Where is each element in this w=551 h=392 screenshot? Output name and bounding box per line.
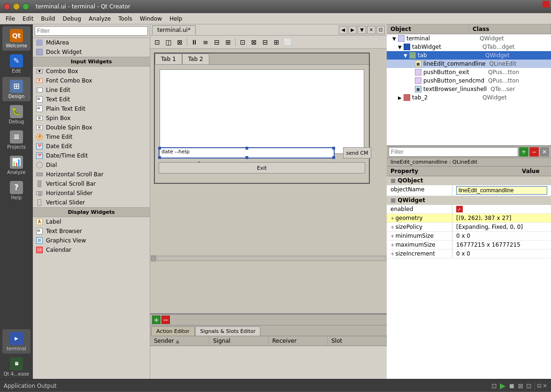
designer-tool-5[interactable]: ≡ — [200, 37, 211, 47]
enabled-checkbox[interactable]: ✓ — [456, 206, 463, 212]
signals-col-signal[interactable]: Signal — [209, 336, 268, 346]
sidebar-item-qt4ease[interactable]: 🖥 Qt 4...ease — [2, 354, 31, 379]
designer-tool-9[interactable]: ⊠ — [249, 37, 259, 47]
app-output-close-btn[interactable]: ✕ — [543, 383, 547, 389]
handle-bl[interactable] — [158, 156, 161, 159]
list-item[interactable]: 12 Calendar — [33, 245, 150, 255]
sidebar-item-debug[interactable]: 🐛 Debug — [2, 102, 31, 127]
list-item[interactable]: ⏱ Time Edit — [33, 132, 150, 142]
file-tab-right-btn[interactable]: ▶ — [348, 26, 357, 34]
tree-item-pushbutton-exit[interactable]: pushButton_exit QPus...tton — [387, 68, 551, 76]
tab-action-editor[interactable]: Action Editor — [151, 326, 195, 336]
geometry-expand-icon[interactable]: + — [390, 216, 394, 221]
menu-edit[interactable]: Edit — [19, 15, 37, 23]
close-property-filter-btn[interactable]: ✕ — [540, 147, 549, 157]
minsize-expand-icon[interactable]: + — [390, 234, 394, 239]
widget-filter-input[interactable] — [35, 26, 148, 36]
list-item[interactable]: Vertical Slider — [33, 198, 150, 207]
list-item[interactable]: Horizontal Scroll Bar — [33, 170, 150, 179]
list-item[interactable]: ▼ Combo Box — [33, 67, 150, 76]
app-output-play-btn[interactable]: ▶ — [499, 381, 506, 390]
tab-signals-slots[interactable]: Signals & Slots Editor — [195, 326, 261, 336]
close-button[interactable] — [4, 3, 10, 10]
list-item[interactable]: A Label — [33, 217, 150, 226]
add-property-btn[interactable]: + — [519, 147, 528, 157]
menu-tools[interactable]: Tools — [115, 15, 136, 23]
form-tab-2[interactable]: Tab 2 — [182, 53, 209, 64]
menu-help[interactable]: Help — [166, 15, 186, 23]
list-item[interactable]: Vertical Scroll Bar — [33, 179, 150, 188]
prop-section-qobject[interactable]: ■ QObject — [387, 176, 551, 185]
remove-signal-btn[interactable]: − — [161, 316, 170, 324]
sidebar-item-projects[interactable]: ≡ Projects — [2, 128, 31, 152]
designer-tool-8[interactable]: ⊡ — [237, 37, 248, 47]
handle-bm[interactable] — [245, 156, 248, 159]
app-output-float-btn[interactable]: ⊟ — [537, 383, 542, 389]
handle-tm[interactable] — [245, 147, 248, 150]
list-item[interactable]: 📅 Date Edit — [33, 142, 150, 151]
sidebar-item-help[interactable]: ? Help — [2, 178, 31, 203]
prop-section-qwidget[interactable]: ■ QWidget — [387, 196, 551, 205]
list-item[interactable]: Dock Widget — [33, 47, 150, 57]
tree-item-tab[interactable]: ▼ tab QWidget — [387, 51, 551, 60]
designer-tool-10[interactable]: ⊟ — [260, 37, 270, 47]
remove-property-btn[interactable]: − — [529, 147, 539, 157]
list-item[interactable]: ⊞ Spin Box — [33, 113, 150, 123]
prop-objectname-input[interactable] — [456, 186, 547, 195]
add-signal-btn[interactable]: + — [152, 316, 161, 324]
designer-tool-3[interactable]: ⊠ — [175, 37, 185, 47]
list-item[interactable]: Horizontal Slider — [33, 188, 150, 198]
sidebar-item-terminal[interactable]: ▶ terminal — [2, 329, 31, 354]
expand-arrow-tab[interactable]: ▼ — [404, 53, 409, 58]
handle-tr[interactable] — [332, 147, 335, 150]
list-item[interactable]: AI Plain Text Edit — [33, 104, 150, 113]
list-item[interactable]: ⊞ Double Spin Box — [33, 123, 150, 132]
designer-tool-6[interactable]: ⊟ — [212, 37, 222, 47]
send-button[interactable]: send CM — [343, 147, 371, 158]
signals-col-sender[interactable]: Sender ▲ — [150, 336, 209, 346]
designer-tool-11[interactable]: ⊞ — [271, 37, 282, 47]
designer-tool-7[interactable]: ⊞ — [223, 37, 233, 47]
handle-tl[interactable] — [158, 147, 161, 150]
maxsize-expand-icon[interactable]: + — [390, 242, 394, 248]
sidebar-item-analyze[interactable]: 📊 Analyze — [2, 153, 31, 177]
scroll-thumb[interactable] — [151, 256, 156, 261]
tree-item-lineedit-commandline[interactable]: ▦ lineEdit_commandline QLineEdit — [387, 60, 551, 68]
maximize-button[interactable] — [23, 3, 29, 10]
handle-br[interactable] — [332, 156, 335, 159]
list-item[interactable]: F Font Combo Box — [33, 76, 150, 85]
menu-window[interactable]: Window — [136, 15, 166, 23]
tree-item-textbrowser[interactable]: ▦ textBrowser_linuxshell QTe...ser — [387, 85, 551, 93]
list-item[interactable]: | Line Edit — [33, 85, 150, 95]
expand-arrow-terminal[interactable]: ▼ — [392, 36, 398, 41]
signals-col-receiver[interactable]: Receiver — [268, 336, 328, 346]
expand-arrow-tabwidget[interactable]: ▼ — [398, 45, 404, 50]
tree-item-pushbutton-sendcmd[interactable]: pushButton_sendcmd QPus...tton — [387, 76, 551, 85]
app-output-btn-3[interactable]: ⊠ — [517, 382, 524, 390]
list-item[interactable]: ⊡ Graphics View — [33, 236, 150, 245]
designer-tool-2[interactable]: ◫ — [163, 37, 174, 47]
sidebar-item-edit[interactable]: ✎ Edit — [2, 52, 31, 76]
app-output-btn-2[interactable]: ⏹ — [507, 382, 516, 390]
list-item[interactable]: 📅 Date/Time Edit — [33, 151, 150, 160]
sidebar-item-design[interactable]: ⊞ Design — [2, 77, 31, 101]
list-item[interactable]: Dial — [33, 160, 150, 170]
minimize-button[interactable] — [13, 3, 20, 10]
list-item[interactable]: AI Text Browser — [33, 226, 150, 236]
exit-button[interactable]: Exit — [159, 162, 365, 173]
property-filter-input[interactable] — [389, 147, 518, 157]
sizepolicy-expand-icon[interactable]: + — [390, 225, 394, 230]
menu-analyze[interactable]: Analyze — [85, 15, 115, 23]
tree-item-tabwidget[interactable]: ▼ tabWidget QTab...dget — [387, 43, 551, 51]
form-tab-1[interactable]: Tab 1 — [155, 53, 182, 64]
designer-tool-12[interactable]: ⬜ — [283, 37, 293, 47]
file-tab-terminal-ui[interactable]: terminal.ui* — [152, 25, 196, 35]
app-output-btn-4[interactable]: ⊡ — [525, 382, 533, 390]
file-tab-dropdown-btn[interactable]: ▼ — [358, 26, 366, 34]
sidebar-item-welcome[interactable]: Qt Welcome — [2, 26, 31, 51]
file-close-btn[interactable]: ✕ — [367, 26, 375, 34]
designer-tool-4[interactable]: ⏸ — [189, 37, 199, 47]
line-edit-commandline[interactable]: date --help ↖ — [159, 147, 335, 158]
tree-item-terminal[interactable]: ▼ terminal QWidget — [387, 34, 551, 43]
tree-item-tab2[interactable]: ▶ tab_2 QWidget — [387, 93, 551, 102]
